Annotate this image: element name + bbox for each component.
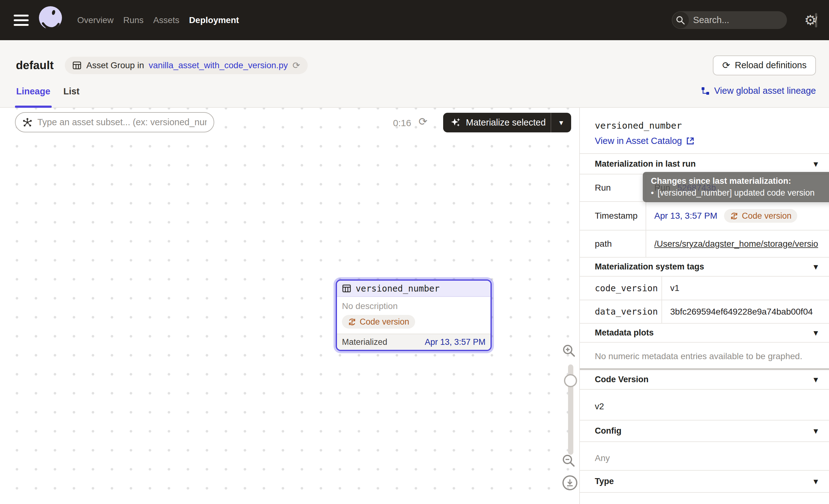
settings-gear-icon[interactable]: ⚙ bbox=[804, 13, 817, 27]
materialize-label: Materialize selected bbox=[466, 117, 546, 128]
lineage-graph-icon bbox=[701, 86, 710, 95]
zoom-in-button[interactable] bbox=[562, 344, 576, 358]
breadcrumb-refresh-icon[interactable]: ⟳ bbox=[292, 60, 300, 71]
changes-tooltip: Changes since last materialization: • [v… bbox=[643, 172, 829, 202]
run-label: Run bbox=[580, 174, 646, 201]
search-icon bbox=[672, 12, 689, 28]
code-version-changed-icon bbox=[348, 318, 356, 326]
caret-down-icon: ▾ bbox=[559, 118, 563, 127]
tabs-row: Lineage List View global asset lineage bbox=[0, 79, 829, 108]
row-code-version-tag: code_version v1 bbox=[580, 277, 829, 300]
collapse-caret-icon[interactable]: ▾ bbox=[814, 328, 818, 338]
asset-node-name: versioned_number bbox=[356, 284, 440, 294]
materialized-time-link[interactable]: Apr 13, 3:57 PM bbox=[425, 337, 485, 347]
tab-lineage[interactable]: Lineage bbox=[15, 86, 52, 107]
code-version-value-block: v2 bbox=[580, 390, 829, 421]
page-header: default Asset Group in vanilla_asset_wit… bbox=[0, 40, 829, 108]
section-config[interactable]: Config ▾ bbox=[580, 421, 829, 442]
metadata-plots-empty: No numeric metadata entries available to… bbox=[580, 343, 829, 368]
collapse-caret-icon[interactable]: ▾ bbox=[814, 262, 818, 272]
asset-graph-filter-icon bbox=[23, 117, 32, 128]
materialize-dropdown-button[interactable]: ▾ bbox=[551, 113, 571, 132]
materialized-status-label: Materialized bbox=[342, 337, 387, 347]
collapse-caret-icon[interactable]: ▾ bbox=[814, 375, 818, 384]
refresh-timer: 0:16 bbox=[393, 118, 411, 128]
view-global-asset-lineage-link[interactable]: View global asset lineage bbox=[701, 86, 816, 107]
asset-node-body: No description Code version bbox=[337, 297, 491, 334]
global-search[interactable]: / bbox=[672, 11, 787, 29]
code-version-badge-label: Code version bbox=[742, 211, 791, 221]
timestamp-value-link[interactable]: Apr 13, 3:57 PM bbox=[654, 211, 717, 221]
download-graph-button[interactable] bbox=[563, 475, 577, 490]
asset-subset-filter[interactable] bbox=[15, 112, 214, 132]
tooltip-bullet: • bbox=[651, 188, 654, 198]
nav-item-deployment[interactable]: Deployment bbox=[189, 15, 239, 25]
page-title: default bbox=[16, 59, 53, 72]
search-input[interactable] bbox=[689, 15, 815, 25]
nav-item-assets[interactable]: Assets bbox=[153, 15, 179, 25]
path-value-link[interactable]: /Users/sryza/dagster_home/storage/versio bbox=[654, 239, 818, 249]
code-version-key: code_version bbox=[580, 277, 662, 300]
data-version-value: 3bfc269594ef649228e9a74bab00f04 bbox=[670, 307, 813, 317]
row-data-version-tag: data_version 3bfc269594ef649228e9a74bab0… bbox=[580, 300, 829, 324]
asset-node-header: versioned_number bbox=[337, 281, 491, 297]
code-version-badge-label: Code version bbox=[360, 317, 409, 327]
code-version-badge[interactable]: Code version bbox=[724, 209, 797, 223]
zoom-out-button[interactable] bbox=[562, 454, 576, 468]
section-metadata-plots[interactable]: Metadata plots ▾ bbox=[580, 324, 829, 343]
view-in-asset-catalog-link[interactable]: View in Asset Catalog bbox=[595, 136, 694, 146]
panel-asset-name: versioned_number bbox=[595, 120, 818, 131]
section-code-version[interactable]: Code Version ▾ bbox=[580, 370, 829, 390]
nav-items: Overview Runs Assets Deployment bbox=[77, 15, 239, 25]
collapse-caret-icon[interactable]: ▾ bbox=[814, 426, 818, 436]
section-materialization-last-run[interactable]: Materialization in last run ▾ bbox=[580, 154, 829, 174]
tooltip-title: Changes since last materialization: bbox=[651, 176, 829, 186]
config-value-block: Any bbox=[580, 442, 829, 471]
code-version-badge[interactable]: Code version bbox=[342, 315, 415, 329]
zoom-slider-thumb[interactable] bbox=[564, 374, 577, 387]
sparkle-icon bbox=[450, 117, 461, 128]
asset-group-icon bbox=[72, 61, 82, 70]
breadcrumb: Asset Group in vanilla_asset_with_code_v… bbox=[65, 57, 308, 74]
section-system-tags[interactable]: Materialization system tags ▾ bbox=[580, 258, 829, 277]
breadcrumb-file-link[interactable]: vanilla_asset_with_code_version.py bbox=[149, 61, 288, 70]
code-version-value: v1 bbox=[670, 283, 680, 293]
external-link-icon bbox=[686, 137, 694, 145]
asset-details-panel: versioned_number View in Asset Catalog M… bbox=[580, 108, 829, 504]
panel-title-block: versioned_number View in Asset Catalog bbox=[580, 108, 829, 154]
dagster-app: Overview Runs Assets Deployment / ⚙ defa… bbox=[0, 0, 829, 504]
data-version-key: data_version bbox=[580, 300, 662, 323]
path-label: path bbox=[580, 230, 646, 257]
asset-node-footer: Materialized Apr 13, 3:57 PM bbox=[337, 334, 491, 350]
refresh-icon: ⟳ bbox=[722, 60, 730, 71]
tooltip-item: [versioned_number] updated code version bbox=[657, 188, 814, 198]
asset-subset-input[interactable] bbox=[37, 117, 207, 128]
row-timestamp: Timestamp Apr 13, 3:57 PM Code version bbox=[580, 202, 829, 230]
collapse-caret-icon[interactable]: ▾ bbox=[814, 159, 818, 169]
table-asset-icon bbox=[342, 284, 351, 293]
asset-graph-canvas[interactable]: 0:16 ⟳ Materialize selected ▾ bbox=[0, 108, 580, 504]
reload-definitions-button[interactable]: ⟳ Reload definitions bbox=[713, 56, 816, 75]
dagster-logo-icon[interactable] bbox=[38, 6, 63, 35]
menu-icon[interactable] bbox=[14, 15, 29, 26]
row-path: path /Users/sryza/dagster_home/storage/v… bbox=[580, 230, 829, 258]
breadcrumb-prefix: Asset Group in bbox=[86, 61, 144, 70]
code-version-current: v2 bbox=[595, 401, 604, 411]
config-schema-value: Any bbox=[595, 453, 610, 463]
graph-refresh-icon[interactable]: ⟳ bbox=[419, 115, 428, 128]
timestamp-label: Timestamp bbox=[580, 202, 646, 230]
top-nav: Overview Runs Assets Deployment / ⚙ bbox=[0, 0, 829, 40]
nav-item-overview[interactable]: Overview bbox=[77, 15, 114, 25]
asset-node-description: No description bbox=[342, 301, 485, 311]
section-type[interactable]: Type ▾ bbox=[580, 471, 829, 493]
collapse-caret-icon[interactable]: ▾ bbox=[814, 477, 818, 486]
materialize-selected-button[interactable]: Materialize selected ▾ bbox=[443, 113, 571, 132]
tab-list[interactable]: List bbox=[62, 86, 81, 107]
code-version-changed-icon bbox=[730, 212, 738, 220]
nav-item-runs[interactable]: Runs bbox=[123, 15, 144, 25]
asset-node-versioned-number[interactable]: versioned_number No description Code ver… bbox=[336, 279, 492, 351]
